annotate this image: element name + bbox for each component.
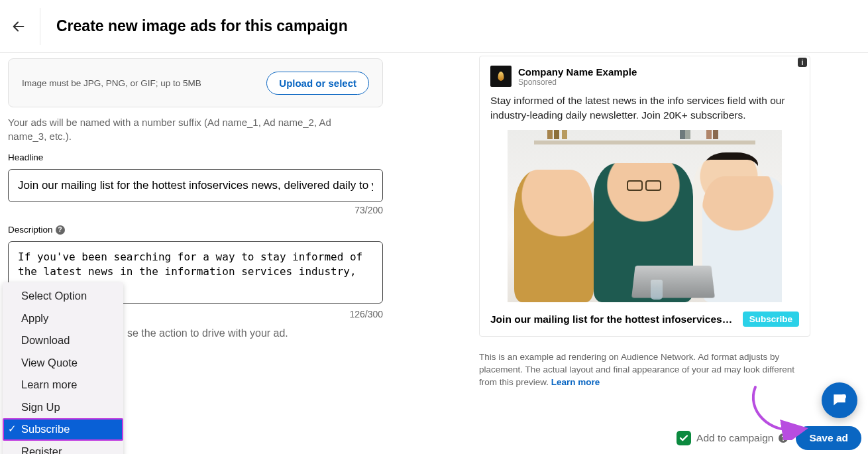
cta-option-select-option[interactable]: Select Option [3, 285, 123, 308]
back-button[interactable] [7, 15, 30, 38]
ad-body-text: Stay informed of the latest news in the … [490, 93, 799, 122]
add-to-campaign-checkbox-wrap[interactable]: Add to campaign ? [677, 431, 788, 445]
cta-dropdown-menu: Select Option Apply Download View Quote … [3, 282, 123, 454]
svg-point-0 [841, 394, 846, 399]
cta-option-subscribe[interactable]: Subscribe [3, 418, 123, 441]
cta-option-apply[interactable]: Apply [3, 308, 123, 330]
add-to-campaign-label: Add to campaign [696, 432, 773, 444]
checkbox-checked-icon [677, 431, 691, 445]
page-header: Create new image ads for this campaign [0, 0, 868, 53]
flame-icon [498, 72, 504, 81]
preview-note: This is an example ad rendering on Audie… [479, 351, 804, 389]
headline-input[interactable] [8, 169, 383, 202]
cta-option-learn-more[interactable]: Learn more [3, 374, 123, 396]
ad-preview-card: i Company Name Example Sponsored Stay in… [479, 56, 810, 337]
image-requirement-text: Image must be JPG, PNG, or GIF; up to 5M… [22, 78, 201, 88]
learn-more-link[interactable]: Learn more [551, 377, 600, 387]
info-icon[interactable]: i [798, 58, 807, 67]
description-label-text: Description [8, 225, 53, 235]
preview-note-text: This is an example ad rendering on Audie… [479, 352, 794, 387]
headline-char-count: 73/200 [8, 205, 383, 215]
help-icon[interactable]: ? [779, 433, 788, 443]
help-icon[interactable]: ? [56, 225, 65, 235]
image-upload-box: Image must be JPG, PNG, or GIF; up to 5M… [8, 58, 383, 107]
company-logo [490, 66, 512, 87]
cta-option-sign-up[interactable]: Sign Up [3, 396, 123, 419]
page-title: Create new image ads for this campaign [56, 17, 348, 35]
sponsored-label: Sponsored [518, 78, 637, 87]
preview-column: i Company Name Example Sponsored Stay in… [479, 56, 810, 389]
chat-icon [831, 392, 848, 409]
naming-note: Your ads will be named with a number suf… [8, 115, 353, 143]
save-ad-button[interactable]: Save ad [796, 426, 861, 450]
arrow-left-icon [11, 19, 26, 34]
cta-option-download[interactable]: Download [3, 329, 123, 352]
cta-option-register[interactable]: Register [3, 441, 123, 454]
company-name: Company Name Example [518, 66, 637, 78]
bottom-bar: Add to campaign ? Save ad [677, 426, 861, 450]
headline-label: Headline [8, 152, 398, 162]
preview-headline: Join our mailing list for the hottest in… [490, 313, 732, 325]
ad-preview-image [508, 130, 782, 302]
cta-hint-text: se the action to drive with your ad. [127, 327, 379, 339]
cta-option-view-quote[interactable]: View Quote [3, 352, 123, 374]
description-label: Description ? [8, 225, 398, 235]
preview-subscribe-button[interactable]: Subscribe [743, 312, 799, 327]
upload-or-select-button[interactable]: Upload or select [266, 72, 369, 95]
chat-fab[interactable] [822, 382, 857, 418]
header-divider [40, 8, 40, 45]
headline-label-text: Headline [8, 152, 43, 162]
